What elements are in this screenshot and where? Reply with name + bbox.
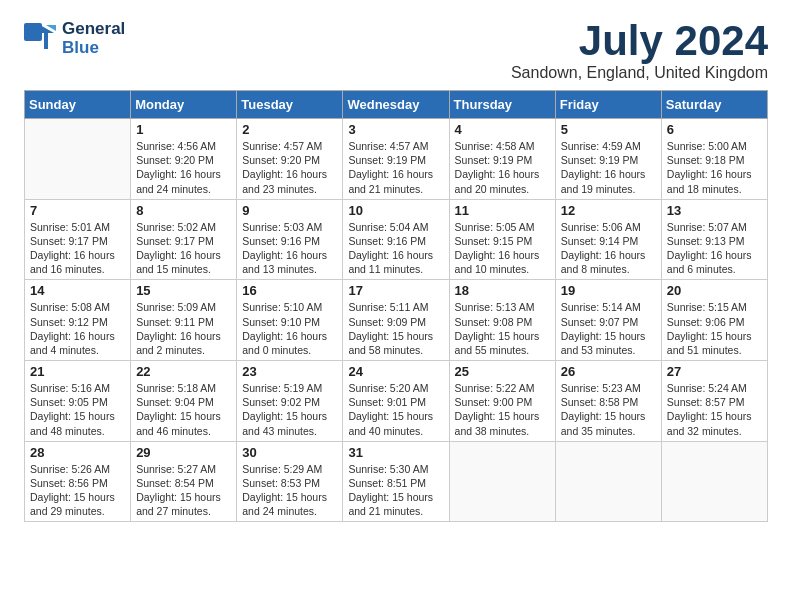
- weekday-header: Monday: [131, 91, 237, 119]
- day-info: Sunrise: 5:03 AMSunset: 9:16 PMDaylight:…: [242, 220, 337, 277]
- day-number: 5: [561, 122, 656, 137]
- day-info: Sunrise: 5:14 AMSunset: 9:07 PMDaylight:…: [561, 300, 656, 357]
- calendar-cell: 29Sunrise: 5:27 AMSunset: 8:54 PMDayligh…: [131, 441, 237, 522]
- weekday-header: Tuesday: [237, 91, 343, 119]
- day-info: Sunrise: 5:29 AMSunset: 8:53 PMDaylight:…: [242, 462, 337, 519]
- day-info: Sunrise: 5:22 AMSunset: 9:00 PMDaylight:…: [455, 381, 550, 438]
- calendar-cell: 2Sunrise: 4:57 AMSunset: 9:20 PMDaylight…: [237, 119, 343, 200]
- calendar-cell: 23Sunrise: 5:19 AMSunset: 9:02 PMDayligh…: [237, 361, 343, 442]
- svg-marker-1: [40, 25, 54, 49]
- weekday-header: Saturday: [661, 91, 767, 119]
- weekday-header: Friday: [555, 91, 661, 119]
- day-number: 16: [242, 283, 337, 298]
- day-number: 31: [348, 445, 443, 460]
- day-number: 18: [455, 283, 550, 298]
- calendar-cell: 10Sunrise: 5:04 AMSunset: 9:16 PMDayligh…: [343, 199, 449, 280]
- calendar-cell: [449, 441, 555, 522]
- day-number: 24: [348, 364, 443, 379]
- day-info: Sunrise: 5:01 AMSunset: 9:17 PMDaylight:…: [30, 220, 125, 277]
- calendar-cell: 16Sunrise: 5:10 AMSunset: 9:10 PMDayligh…: [237, 280, 343, 361]
- header: General Blue July 2024 Sandown, England,…: [24, 20, 768, 82]
- day-number: 3: [348, 122, 443, 137]
- day-info: Sunrise: 4:59 AMSunset: 9:19 PMDaylight:…: [561, 139, 656, 196]
- day-info: Sunrise: 5:02 AMSunset: 9:17 PMDaylight:…: [136, 220, 231, 277]
- day-number: 13: [667, 203, 762, 218]
- day-info: Sunrise: 5:10 AMSunset: 9:10 PMDaylight:…: [242, 300, 337, 357]
- calendar-cell: 11Sunrise: 5:05 AMSunset: 9:15 PMDayligh…: [449, 199, 555, 280]
- day-number: 29: [136, 445, 231, 460]
- day-number: 6: [667, 122, 762, 137]
- calendar-cell: 19Sunrise: 5:14 AMSunset: 9:07 PMDayligh…: [555, 280, 661, 361]
- day-info: Sunrise: 5:18 AMSunset: 9:04 PMDaylight:…: [136, 381, 231, 438]
- calendar-cell: 6Sunrise: 5:00 AMSunset: 9:18 PMDaylight…: [661, 119, 767, 200]
- day-number: 20: [667, 283, 762, 298]
- calendar-cell: 1Sunrise: 4:56 AMSunset: 9:20 PMDaylight…: [131, 119, 237, 200]
- calendar-cell: 21Sunrise: 5:16 AMSunset: 9:05 PMDayligh…: [25, 361, 131, 442]
- calendar-week-row: 14Sunrise: 5:08 AMSunset: 9:12 PMDayligh…: [25, 280, 768, 361]
- calendar-week-row: 21Sunrise: 5:16 AMSunset: 9:05 PMDayligh…: [25, 361, 768, 442]
- calendar-cell: 3Sunrise: 4:57 AMSunset: 9:19 PMDaylight…: [343, 119, 449, 200]
- calendar-cell: 12Sunrise: 5:06 AMSunset: 9:14 PMDayligh…: [555, 199, 661, 280]
- svg-rect-0: [24, 23, 42, 41]
- day-number: 1: [136, 122, 231, 137]
- day-number: 11: [455, 203, 550, 218]
- calendar: SundayMondayTuesdayWednesdayThursdayFrid…: [24, 90, 768, 522]
- day-info: Sunrise: 5:19 AMSunset: 9:02 PMDaylight:…: [242, 381, 337, 438]
- calendar-cell: 9Sunrise: 5:03 AMSunset: 9:16 PMDaylight…: [237, 199, 343, 280]
- calendar-week-row: 28Sunrise: 5:26 AMSunset: 8:56 PMDayligh…: [25, 441, 768, 522]
- day-info: Sunrise: 5:00 AMSunset: 9:18 PMDaylight:…: [667, 139, 762, 196]
- calendar-cell: 18Sunrise: 5:13 AMSunset: 9:08 PMDayligh…: [449, 280, 555, 361]
- day-number: 25: [455, 364, 550, 379]
- logo: General Blue: [24, 20, 125, 57]
- calendar-cell: 14Sunrise: 5:08 AMSunset: 9:12 PMDayligh…: [25, 280, 131, 361]
- logo-general: General: [62, 20, 125, 39]
- day-info: Sunrise: 5:20 AMSunset: 9:01 PMDaylight:…: [348, 381, 443, 438]
- calendar-cell: 26Sunrise: 5:23 AMSunset: 8:58 PMDayligh…: [555, 361, 661, 442]
- day-number: 23: [242, 364, 337, 379]
- day-number: 30: [242, 445, 337, 460]
- day-number: 2: [242, 122, 337, 137]
- day-info: Sunrise: 5:09 AMSunset: 9:11 PMDaylight:…: [136, 300, 231, 357]
- logo-text: General Blue: [62, 20, 125, 57]
- day-number: 26: [561, 364, 656, 379]
- day-info: Sunrise: 5:26 AMSunset: 8:56 PMDaylight:…: [30, 462, 125, 519]
- calendar-cell: 31Sunrise: 5:30 AMSunset: 8:51 PMDayligh…: [343, 441, 449, 522]
- calendar-cell: 17Sunrise: 5:11 AMSunset: 9:09 PMDayligh…: [343, 280, 449, 361]
- calendar-cell: 24Sunrise: 5:20 AMSunset: 9:01 PMDayligh…: [343, 361, 449, 442]
- calendar-cell: 30Sunrise: 5:29 AMSunset: 8:53 PMDayligh…: [237, 441, 343, 522]
- title-block: July 2024 Sandown, England, United Kingd…: [511, 20, 768, 82]
- day-info: Sunrise: 4:57 AMSunset: 9:20 PMDaylight:…: [242, 139, 337, 196]
- calendar-cell: [555, 441, 661, 522]
- location: Sandown, England, United Kingdom: [511, 64, 768, 82]
- day-number: 27: [667, 364, 762, 379]
- day-number: 10: [348, 203, 443, 218]
- calendar-cell: [661, 441, 767, 522]
- calendar-cell: 15Sunrise: 5:09 AMSunset: 9:11 PMDayligh…: [131, 280, 237, 361]
- day-number: 21: [30, 364, 125, 379]
- logo-blue: Blue: [62, 39, 125, 58]
- calendar-cell: 5Sunrise: 4:59 AMSunset: 9:19 PMDaylight…: [555, 119, 661, 200]
- day-info: Sunrise: 4:56 AMSunset: 9:20 PMDaylight:…: [136, 139, 231, 196]
- calendar-header-row: SundayMondayTuesdayWednesdayThursdayFrid…: [25, 91, 768, 119]
- weekday-header: Sunday: [25, 91, 131, 119]
- calendar-cell: [25, 119, 131, 200]
- day-number: 17: [348, 283, 443, 298]
- calendar-week-row: 1Sunrise: 4:56 AMSunset: 9:20 PMDaylight…: [25, 119, 768, 200]
- day-number: 8: [136, 203, 231, 218]
- calendar-cell: 8Sunrise: 5:02 AMSunset: 9:17 PMDaylight…: [131, 199, 237, 280]
- calendar-cell: 13Sunrise: 5:07 AMSunset: 9:13 PMDayligh…: [661, 199, 767, 280]
- day-info: Sunrise: 5:30 AMSunset: 8:51 PMDaylight:…: [348, 462, 443, 519]
- day-info: Sunrise: 5:23 AMSunset: 8:58 PMDaylight:…: [561, 381, 656, 438]
- page: General Blue July 2024 Sandown, England,…: [0, 0, 792, 542]
- day-info: Sunrise: 5:15 AMSunset: 9:06 PMDaylight:…: [667, 300, 762, 357]
- day-info: Sunrise: 5:07 AMSunset: 9:13 PMDaylight:…: [667, 220, 762, 277]
- day-info: Sunrise: 5:13 AMSunset: 9:08 PMDaylight:…: [455, 300, 550, 357]
- day-info: Sunrise: 5:16 AMSunset: 9:05 PMDaylight:…: [30, 381, 125, 438]
- calendar-cell: 4Sunrise: 4:58 AMSunset: 9:19 PMDaylight…: [449, 119, 555, 200]
- day-number: 28: [30, 445, 125, 460]
- calendar-cell: 27Sunrise: 5:24 AMSunset: 8:57 PMDayligh…: [661, 361, 767, 442]
- day-info: Sunrise: 4:58 AMSunset: 9:19 PMDaylight:…: [455, 139, 550, 196]
- day-number: 22: [136, 364, 231, 379]
- day-info: Sunrise: 4:57 AMSunset: 9:19 PMDaylight:…: [348, 139, 443, 196]
- day-info: Sunrise: 5:04 AMSunset: 9:16 PMDaylight:…: [348, 220, 443, 277]
